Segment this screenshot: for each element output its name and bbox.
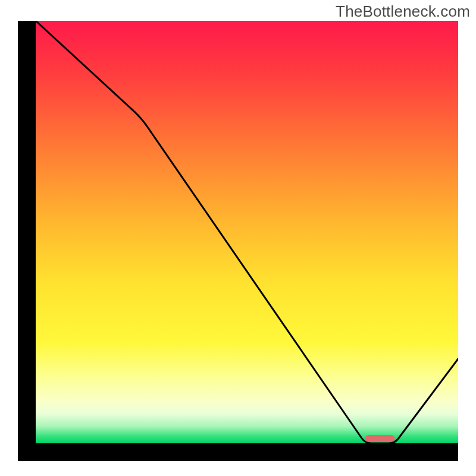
chart-svg xyxy=(18,21,458,461)
x-axis xyxy=(18,443,458,461)
optimal-range-marker xyxy=(365,435,395,442)
watermark-text: TheBottleneck.com xyxy=(336,2,470,21)
gradient-background xyxy=(36,21,458,443)
y-axis xyxy=(18,21,36,461)
chart-frame: TheBottleneck.com xyxy=(0,0,476,476)
bottleneck-curve-chart xyxy=(18,21,458,461)
